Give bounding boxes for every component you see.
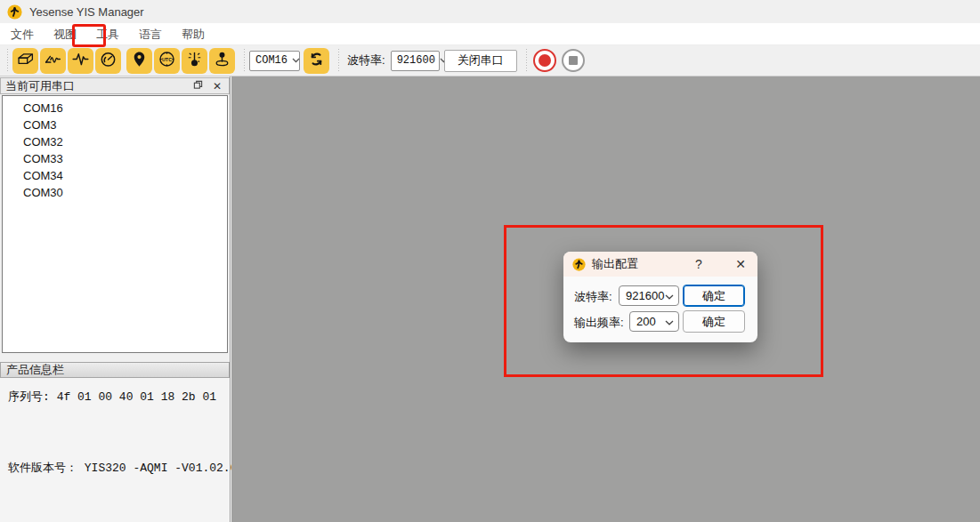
utc-clock-button[interactable]: UTC [154, 48, 180, 74]
vibration-button[interactable] [182, 48, 207, 74]
available-ports-title: 当前可用串口 [5, 78, 185, 94]
baud-rate-label: 波特率: [347, 52, 385, 68]
dialog-freq-select[interactable]: 200 [629, 311, 679, 332]
gauge-icon [99, 50, 117, 71]
dialog-freq-ok-button[interactable]: 确定 [683, 310, 745, 333]
toolbar-drag-handle[interactable] [242, 49, 247, 72]
left-sidebar: 当前可用串口 ✕ COM16 COM3 COM32 COM33 COM34 CO… [0, 76, 231, 522]
dock-float-button[interactable] [190, 79, 205, 93]
angle-waveform-icon [44, 50, 62, 71]
dialog-title: 输出配置 [592, 256, 684, 272]
attitude-button[interactable] [209, 48, 235, 74]
app-logo-icon [7, 4, 22, 20]
menu-bar: 文件 视图 工具 语言 帮助 [0, 23, 980, 45]
utc-clock-icon: UTC [158, 50, 176, 71]
menu-file[interactable]: 文件 [1, 23, 44, 45]
record-button[interactable] [533, 49, 556, 72]
chevron-down-icon [665, 289, 674, 302]
chevron-down-icon [665, 315, 674, 328]
port-list-item[interactable]: COM16 [3, 100, 227, 116]
record-icon [539, 54, 551, 67]
attitude-pin-icon [213, 50, 231, 71]
product-info-panel: 序列号: 4f 01 00 40 01 18 2b 01 软件版本号： YIS3… [0, 378, 230, 522]
toolbar-drag-handle[interactable] [524, 49, 529, 72]
menu-language[interactable]: 语言 [129, 23, 172, 45]
location-button[interactable] [126, 48, 152, 74]
port-list-item[interactable]: COM34 [3, 167, 227, 184]
port-list-item[interactable]: COM32 [3, 133, 227, 150]
product-info-header: 产品信息栏 [0, 362, 230, 378]
software-version-value: YIS320 -AQMI -V01.02.03; [85, 462, 251, 475]
dialog-freq-label: 输出频率: [574, 315, 624, 331]
baud-rate-select[interactable]: 921600 [391, 51, 440, 71]
port-list-item[interactable]: COM33 [3, 150, 227, 167]
chevron-down-icon [292, 54, 300, 67]
port-list-item[interactable]: COM30 [3, 184, 227, 201]
refresh-sync-icon [307, 50, 326, 71]
pulse-waveform-button[interactable] [68, 48, 93, 74]
angle-waveform-button[interactable] [40, 48, 66, 74]
svg-text:UTC: UTC [162, 57, 172, 62]
menu-view[interactable]: 视图 [44, 23, 86, 45]
software-version-label: 软件版本号： [8, 462, 77, 475]
app-logo-icon [572, 258, 586, 271]
menu-help[interactable]: 帮助 [172, 23, 215, 45]
port-list-item[interactable]: COM3 [3, 116, 227, 133]
float-window-icon [193, 80, 203, 92]
port-select[interactable]: COM16 [249, 51, 300, 71]
menu-tools[interactable]: 工具 [86, 23, 129, 45]
location-pin-icon [130, 50, 149, 71]
dialog-baud-ok-button[interactable]: 确定 [683, 285, 745, 307]
port-select-value: COM16 [255, 54, 288, 67]
dock-close-button[interactable]: ✕ [210, 79, 224, 93]
3d-view-button[interactable] [12, 48, 38, 74]
window-titlebar: Yesense YIS Manager [0, 0, 980, 23]
available-ports-dock-header: 当前可用串口 ✕ [0, 77, 230, 94]
output-config-dialog: 输出配置 ? ✕ 波特率: 921600 确定 输出频率: 200 确定 [563, 252, 757, 342]
gauge-button[interactable] [95, 48, 121, 74]
window-title: Yesense YIS Manager [29, 5, 144, 19]
3d-cube-icon [16, 50, 35, 71]
pulse-waveform-icon [71, 50, 90, 71]
stop-icon [569, 56, 578, 65]
dialog-help-button[interactable]: ? [691, 256, 707, 272]
close-serial-port-button[interactable]: 关闭串口 [444, 50, 517, 72]
toolbar-drag-handle[interactable] [5, 49, 10, 72]
dialog-titlebar[interactable]: 输出配置 ? ✕ [563, 252, 757, 277]
refresh-ports-button[interactable] [304, 48, 329, 74]
software-version-line: 软件版本号： YIS320 -AQMI -V01.02.03; [8, 460, 251, 476]
close-icon: ✕ [213, 80, 222, 92]
toolbar-drag-handle[interactable] [336, 49, 341, 72]
toolbar: UTC COM16 波特率: 921600 关闭串口 [0, 45, 980, 76]
stop-button[interactable] [562, 49, 585, 72]
serial-number-line: 序列号: 4f 01 00 40 01 18 2b 01 [8, 389, 216, 405]
dialog-close-button[interactable]: ✕ [733, 256, 749, 272]
available-ports-list: COM16 COM3 COM32 COM33 COM34 COM30 [2, 95, 228, 353]
dialog-freq-value: 200 [636, 315, 656, 328]
baud-rate-value: 921600 [397, 54, 435, 67]
dialog-baud-value: 921600 [626, 289, 664, 302]
dialog-baud-select[interactable]: 921600 [619, 285, 679, 306]
vibration-thermometer-icon [185, 50, 204, 71]
serial-number-label: 序列号: [8, 390, 50, 404]
dialog-baud-label: 波特率: [574, 289, 612, 305]
serial-number-value: 4f 01 00 40 01 18 2b 01 [57, 390, 216, 404]
